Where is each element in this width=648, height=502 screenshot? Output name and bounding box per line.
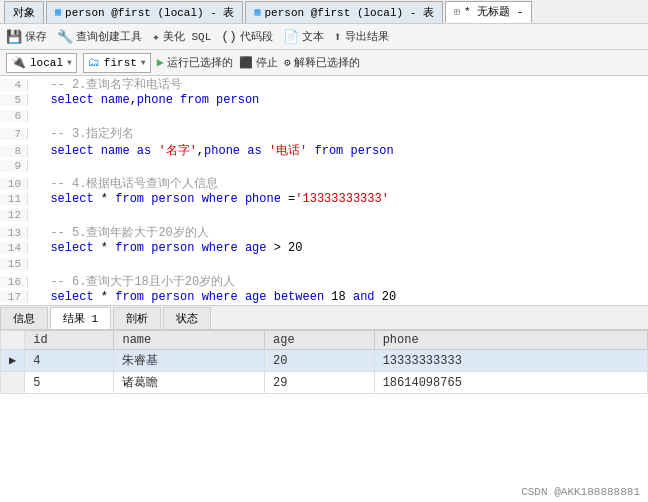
run-label: 运行已选择的	[167, 55, 233, 70]
export-icon: ⬆	[334, 29, 342, 45]
tab-object[interactable]: 对象	[4, 1, 44, 23]
line-number: 15	[0, 258, 28, 270]
editor[interactable]: 4 -- 2.查询名字和电话号5 select name,phone from …	[0, 76, 648, 306]
schema-dropdown[interactable]: 🗂 first ▼	[83, 53, 151, 73]
line-number: 13	[0, 227, 28, 239]
line-content: select * from person where phone ='13333…	[28, 192, 648, 206]
tab-person2-label: person @first (local) - 表	[265, 5, 434, 20]
line-content: -- 5.查询年龄大于20岁的人	[28, 224, 648, 241]
toolbar: 💾 保存 🔧 查询创建工具 ✦ 美化 SQL () 代码段 📄 文本 ⬆ 导出结…	[0, 24, 648, 50]
explain-label: 解释已选择的	[294, 55, 360, 70]
tab-info-label: 信息	[13, 311, 35, 326]
table-cell: 朱睿基	[114, 350, 265, 372]
snippet-icon: ()	[221, 29, 237, 44]
line-number: 11	[0, 193, 28, 205]
editor-line: 7 -- 3.指定列名	[0, 125, 648, 142]
toolbar2: 🔌 local ▼ 🗂 first ▼ ▶ 运行已选择的 ⬛ 停止 ⚙ 解释已选…	[0, 50, 648, 76]
text-label: 文本	[302, 29, 324, 44]
beautify-icon: ✦	[152, 29, 160, 45]
line-number: 9	[0, 160, 28, 172]
line-content: select * from person where age > 20	[28, 241, 648, 255]
tab-untitled-label: * 无标题 -	[464, 4, 523, 19]
line-content: select name as '名字',phone as '电话' from p…	[28, 142, 648, 159]
save-label: 保存	[25, 29, 47, 44]
editor-line: 8 select name as '名字',phone as '电话' from…	[0, 142, 648, 159]
db-dropdown[interactable]: 🔌 local ▼	[6, 53, 77, 73]
snippet-label: 代码段	[240, 29, 273, 44]
row-marker: ▶	[1, 350, 25, 372]
explain-button[interactable]: ⚙ 解释已选择的	[284, 55, 360, 70]
tab-result1[interactable]: 结果 1	[50, 307, 111, 329]
tab-untitled[interactable]: ⊞ * 无标题 -	[445, 1, 532, 23]
th-marker	[1, 331, 25, 350]
save-button[interactable]: 💾 保存	[6, 29, 47, 45]
editor-line: 10 -- 4.根据电话号查询个人信息	[0, 175, 648, 192]
db-icon: 🔌	[11, 55, 26, 70]
line-content	[28, 109, 648, 123]
watermark: CSDN @AKK188888881	[521, 486, 640, 498]
line-number: 4	[0, 79, 28, 91]
editor-line: 11 select * from person where phone ='13…	[0, 192, 648, 208]
line-number: 7	[0, 128, 28, 140]
bottom-panel: 信息 结果 1 剖析 状态 id name age phone ▶4朱睿基201	[0, 306, 648, 468]
line-number: 12	[0, 209, 28, 221]
th-id: id	[25, 331, 114, 350]
line-content	[28, 208, 648, 222]
schema-label: first	[104, 57, 137, 69]
line-content: -- 3.指定列名	[28, 125, 648, 142]
stop-label: 停止	[256, 55, 278, 70]
editor-line: 9	[0, 159, 648, 175]
line-number: 5	[0, 94, 28, 106]
text-button[interactable]: 📄 文本	[283, 29, 324, 45]
table-row[interactable]: ▶4朱睿基2013333333333	[1, 350, 648, 372]
th-name: name	[114, 331, 265, 350]
table-cell: 诸葛瞻	[114, 372, 265, 394]
save-icon: 💾	[6, 29, 22, 45]
th-phone: phone	[374, 331, 647, 350]
table-cell: 13333333333	[374, 350, 647, 372]
table-cell: 4	[25, 350, 114, 372]
snippet-button[interactable]: () 代码段	[221, 29, 273, 44]
table-icon-2: ▦	[254, 6, 260, 18]
table-cell: 5	[25, 372, 114, 394]
beautify-label: 美化 SQL	[163, 29, 211, 44]
tab-profiling-label: 剖析	[126, 311, 148, 326]
line-content: -- 2.查询名字和电话号	[28, 76, 648, 93]
tab-bar: 对象 ▦ person @first (local) - 表 ▦ person …	[0, 0, 648, 24]
tab-person2[interactable]: ▦ person @first (local) - 表	[245, 1, 442, 23]
th-age: age	[264, 331, 374, 350]
line-content	[28, 159, 648, 173]
editor-line: 5 select name,phone from person	[0, 93, 648, 109]
tab-info[interactable]: 信息	[0, 307, 48, 329]
tab-profiling[interactable]: 剖析	[113, 307, 161, 329]
query-tool-button[interactable]: 🔧 查询创建工具	[57, 29, 142, 45]
row-marker	[1, 372, 25, 394]
tab-status-label: 状态	[176, 311, 198, 326]
tab-person1-label: person @first (local) - 表	[65, 5, 234, 20]
beautify-button[interactable]: ✦ 美化 SQL	[152, 29, 211, 45]
table-cell: 20	[264, 350, 374, 372]
stop-button[interactable]: ⬛ 停止	[239, 55, 278, 70]
stop-icon: ⬛	[239, 56, 253, 69]
tab-person1[interactable]: ▦ person @first (local) - 表	[46, 1, 243, 23]
run-button[interactable]: ▶ 运行已选择的	[157, 55, 233, 70]
table-row[interactable]: 5诸葛瞻2918614098765	[1, 372, 648, 394]
line-number: 14	[0, 242, 28, 254]
tab-status[interactable]: 状态	[163, 307, 211, 329]
editor-line: 14 select * from person where age > 20	[0, 241, 648, 257]
line-content: -- 4.根据电话号查询个人信息	[28, 175, 648, 192]
line-number: 8	[0, 145, 28, 157]
export-button[interactable]: ⬆ 导出结果	[334, 29, 389, 45]
run-icon: ▶	[157, 55, 164, 70]
line-number: 16	[0, 276, 28, 288]
query-tool-label: 查询创建工具	[76, 29, 142, 44]
db-dropdown-arrow: ▼	[67, 58, 72, 67]
line-number: 17	[0, 291, 28, 303]
line-number: 6	[0, 110, 28, 122]
editor-line: 15	[0, 257, 648, 273]
editor-line: 12	[0, 208, 648, 224]
editor-line: 4 -- 2.查询名字和电话号	[0, 76, 648, 93]
bottom-tabs: 信息 结果 1 剖析 状态	[0, 306, 648, 330]
line-content	[28, 257, 648, 271]
explain-icon: ⚙	[284, 56, 291, 69]
